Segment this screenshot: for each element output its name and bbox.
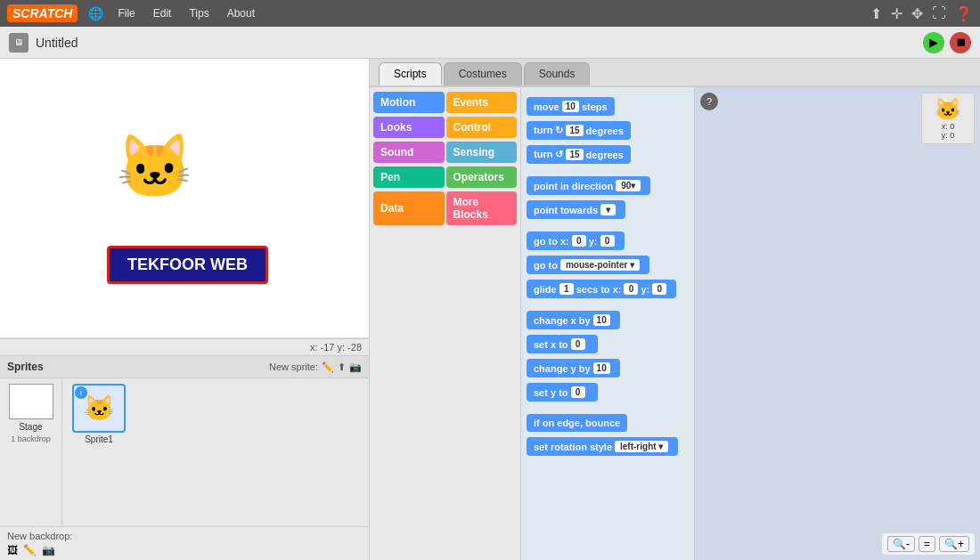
category-operators[interactable]: Operators — [446, 166, 518, 188]
block-turn-cw[interactable]: turn ↻ 15 degrees — [527, 121, 631, 140]
zoom-reset-button[interactable]: = — [919, 536, 935, 552]
help-icon[interactable]: ❓ — [955, 5, 973, 22]
sprites-list: i 🐱 Sprite1 — [62, 378, 369, 526]
tab-scripts[interactable]: Scripts — [379, 62, 442, 85]
category-control[interactable]: Control — [446, 117, 518, 138]
stage-controls: ▶ ⏹ — [923, 32, 971, 53]
stage-icon: 🖥 — [9, 33, 29, 53]
block-point-direction[interactable]: point in direction 90▾ — [527, 176, 650, 195]
category-grid: Motion Events Looks Control Sound Sensin… — [370, 87, 520, 230]
sprite-item[interactable]: i 🐱 Sprite1 — [68, 384, 130, 444]
script-area: Motion Events Looks Control Sound Sensin… — [370, 87, 980, 560]
tab-costumes[interactable]: Costumes — [444, 62, 522, 85]
right-panel: Scripts Costumes Sounds Motion Events Lo… — [370, 59, 980, 560]
sprites-header: Sprites New sprite: ✏️ ⬆ 📷 — [0, 356, 369, 378]
new-sprite-controls: New sprite: ✏️ ⬆ 📷 — [269, 361, 362, 373]
sprites-title: Sprites — [7, 361, 44, 373]
stage-title: Untitled — [36, 36, 78, 50]
backdrop-icons: 🖼 ✏️ 📷 — [7, 544, 362, 556]
sprites-content: Stage 1 backdrop i 🐱 Sprite1 — [0, 378, 369, 526]
block-glide[interactable]: glide 1 secs to x: 0 y: 0 — [527, 280, 676, 298]
zoom-in-button[interactable]: 🔍+ — [939, 536, 969, 552]
scratch-logo: SCRATCH — [7, 4, 78, 22]
block-move[interactable]: move 10 steps — [527, 97, 615, 116]
sprite-y-coord: y: 0 — [942, 131, 955, 140]
category-looks[interactable]: Looks — [373, 117, 445, 138]
stagebar: 🖥 Untitled ▶ ⏹ — [0, 27, 980, 59]
menubar: SCRATCH 🌐 File Edit Tips About ⬆ ✛ ✥ ⛶ ❓ — [0, 0, 980, 27]
backdrop-camera-icon[interactable]: 📷 — [42, 544, 55, 556]
stage-thumb-img — [9, 384, 53, 419]
sprites-panel: Sprites New sprite: ✏️ ⬆ 📷 Stage 1 backd… — [0, 355, 369, 560]
help-button[interactable]: ? — [700, 93, 718, 110]
about-menu[interactable]: About — [224, 5, 258, 21]
sprite-thumb-icon: 🐱 — [935, 97, 961, 122]
category-data[interactable]: Data — [373, 191, 445, 225]
block-change-x[interactable]: change x by 10 — [527, 311, 620, 329]
backdrop-upload-icon[interactable]: ✏️ — [23, 544, 37, 556]
sprite-thumb-corner: 🐱 x: 0 y: 0 — [921, 93, 975, 144]
sprite-name: Sprite1 — [85, 434, 113, 444]
new-backdrop-area: New backdrop: 🖼 ✏️ 📷 — [0, 526, 369, 560]
zoom-out-button[interactable]: 🔍- — [887, 536, 915, 552]
coords-bar: x: -17 y: -28 — [0, 338, 369, 355]
blocks-palette: Motion Events Looks Control Sound Sensin… — [370, 87, 521, 560]
left-panel: 🐱 TEKFOOR WEB x: -17 y: -28 Sprites New … — [0, 59, 370, 560]
block-set-x[interactable]: set x to 0 — [527, 335, 598, 353]
backdrop-paint-icon[interactable]: 🖼 — [7, 544, 18, 556]
canvas-area[interactable]: ? 🐱 x: 0 y: 0 🔍- = 🔍+ — [695, 87, 980, 560]
tips-menu[interactable]: Tips — [185, 5, 212, 21]
new-backdrop-label: New backdrop: — [7, 531, 362, 541]
tabs: Scripts Costumes Sounds — [370, 59, 980, 87]
category-pen[interactable]: Pen — [373, 166, 445, 188]
sprite-info-button[interactable]: i — [75, 386, 87, 399]
block-set-y[interactable]: set y to 0 — [527, 383, 598, 402]
new-sprite-camera-icon[interactable]: 📷 — [349, 361, 362, 373]
stage-thumbnail[interactable]: Stage 1 backdrop — [0, 378, 62, 526]
block-change-y[interactable]: change y by 10 — [527, 359, 620, 377]
block-goto-xy[interactable]: go to x: 0 y: 0 — [527, 231, 625, 250]
main: 🐱 TEKFOOR WEB x: -17 y: -28 Sprites New … — [0, 59, 980, 560]
edit-menu[interactable]: Edit — [150, 5, 176, 21]
sprite-image: i 🐱 — [72, 384, 126, 433]
stage-area[interactable]: 🐱 TEKFOOR WEB — [0, 59, 369, 338]
add-icon[interactable]: ✛ — [891, 5, 902, 22]
category-more-blocks[interactable]: More Blocks — [446, 191, 518, 225]
file-menu[interactable]: File — [114, 5, 138, 21]
block-goto-target[interactable]: go to mouse-pointer ▾ — [527, 256, 649, 274]
category-motion[interactable]: Motion — [373, 92, 445, 113]
fullscreen-icon[interactable]: ⛶ — [932, 5, 946, 22]
share-icon[interactable]: ⬆ — [870, 5, 882, 22]
block-set-rotation[interactable]: set rotation style left-right ▾ — [527, 437, 678, 456]
tab-sounds[interactable]: Sounds — [524, 62, 591, 85]
stop-button[interactable]: ⏹ — [950, 32, 971, 53]
globe-icon[interactable]: 🌐 — [88, 6, 103, 20]
toolbar-icons: ⬆ ✛ ✥ ⛶ ❓ — [870, 5, 973, 22]
block-point-towards[interactable]: point towards ▾ — [527, 200, 625, 219]
sprite-cat: 🐱 — [116, 130, 193, 203]
category-events[interactable]: Events — [446, 92, 518, 113]
stage-canvas: 🐱 TEKFOOR WEB — [0, 59, 369, 337]
block-if-on-edge[interactable]: if on edge, bounce — [527, 414, 627, 432]
sprite-x-coord: x: 0 — [942, 122, 955, 131]
block-turn-ccw[interactable]: turn ↺ 15 degrees — [527, 145, 631, 164]
stage-backdrop-count: 1 backdrop — [11, 434, 51, 443]
category-sound[interactable]: Sound — [373, 142, 445, 163]
category-sensing[interactable]: Sensing — [446, 142, 518, 163]
cursor-icon[interactable]: ✥ — [911, 5, 923, 22]
blocks-list: move 10 steps turn ↻ 15 degrees turn ↺ 1… — [521, 87, 695, 560]
new-sprite-label: New sprite: — [269, 361, 318, 372]
sprite-label-box: TEKFOOR WEB — [107, 246, 268, 284]
new-sprite-upload-icon[interactable]: ⬆ — [338, 361, 346, 373]
green-flag-button[interactable]: ▶ — [923, 32, 944, 53]
stage-thumb-label: Stage — [19, 422, 42, 432]
new-sprite-draw-icon[interactable]: ✏️ — [322, 361, 334, 373]
zoom-controls: 🔍- = 🔍+ — [882, 533, 975, 555]
